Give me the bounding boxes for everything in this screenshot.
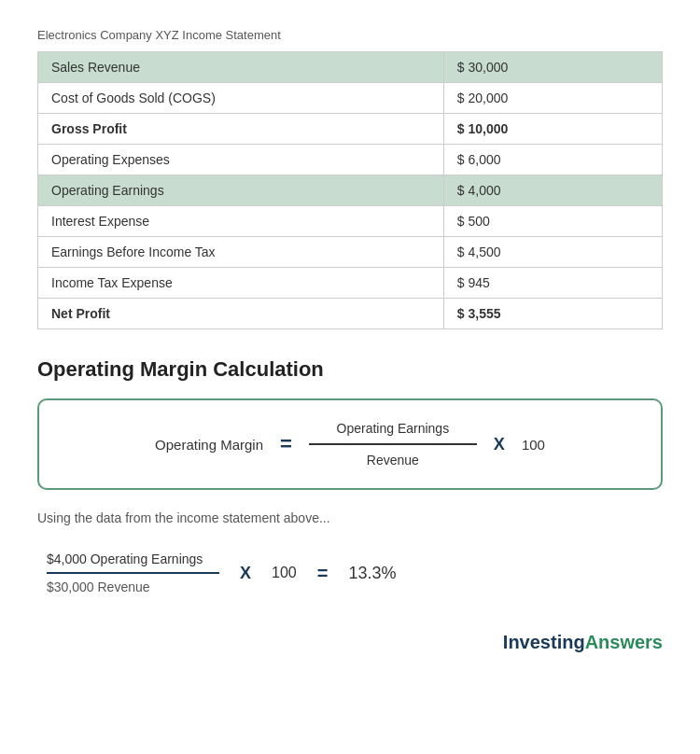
table-row: Cost of Goods Sold (COGS)$ 20,000 (38, 83, 663, 114)
formula-hundred: 100 (522, 437, 545, 453)
table-cell-label: Sales Revenue (38, 52, 444, 83)
table-cell-value: $ 945 (443, 268, 662, 299)
formula-box: Operating Margin = Operating Earnings Re… (37, 398, 663, 490)
formula-numerator: Operating Earnings (337, 421, 450, 440)
formula-fraction-line (309, 443, 477, 445)
income-statement-table: Sales Revenue$ 30,000Cost of Goods Sold … (37, 51, 663, 329)
calc-times: X (240, 564, 251, 583)
table-cell-value: $ 6,000 (443, 145, 662, 175)
table-cell-value: $ 500 (443, 206, 662, 237)
table-cell-label: Gross Profit (38, 114, 444, 145)
table-cell-label: Earnings Before Income Tax (38, 237, 444, 268)
calc-denominator: $30,000 Revenue (47, 576, 150, 594)
formula-times: X (494, 435, 505, 454)
table-row: Interest Expense$ 500 (38, 206, 663, 237)
table-cell-label: Net Profit (38, 299, 444, 329)
using-data-text: Using the data from the income statement… (37, 510, 663, 525)
table-row: Operating Expenses$ 6,000 (38, 145, 663, 175)
table-row: Income Tax Expense$ 945 (38, 268, 663, 299)
table-row: Earnings Before Income Tax$ 4,500 (38, 237, 663, 268)
formula-equals: = (280, 432, 292, 456)
brand-footer: InvestingAnswers (37, 632, 663, 653)
section-title: Electronics Company XYZ Income Statement (37, 28, 663, 42)
table-cell-value: $ 20,000 (443, 83, 662, 114)
calc-result: 13.3% (348, 564, 396, 583)
brand-part2: Answers (585, 632, 663, 652)
calc-fraction-line (47, 572, 219, 574)
table-row: Operating Earnings$ 4,000 (38, 175, 663, 206)
brand-part1: Investing (503, 632, 585, 652)
table-cell-value: $ 10,000 (443, 114, 662, 145)
formula-left-label: Operating Margin (155, 437, 263, 453)
table-row: Gross Profit$ 10,000 (38, 114, 663, 145)
calc-numerator: $4,000 Operating Earnings (47, 552, 203, 570)
calculation-values: $4,000 Operating Earnings $30,000 Revenu… (37, 552, 663, 594)
table-cell-label: Interest Expense (38, 206, 444, 237)
table-cell-label: Cost of Goods Sold (COGS) (38, 83, 444, 114)
table-cell-value: $ 4,000 (443, 175, 662, 206)
table-cell-value: $ 30,000 (443, 52, 662, 83)
calc-heading: Operating Margin Calculation (37, 357, 663, 382)
formula-fraction: Operating Earnings Revenue (309, 421, 477, 468)
table-cell-value: $ 4,500 (443, 237, 662, 268)
table-row: Net Profit$ 3,555 (38, 299, 663, 329)
table-cell-label: Income Tax Expense (38, 268, 444, 299)
calc-equals: = (317, 563, 329, 584)
table-cell-label: Operating Expenses (38, 145, 444, 175)
formula-denominator: Revenue (367, 449, 419, 468)
calc-hundred: 100 (272, 565, 297, 581)
table-row: Sales Revenue$ 30,000 (38, 52, 663, 83)
table-cell-label: Operating Earnings (38, 175, 444, 206)
table-cell-value: $ 3,555 (443, 299, 662, 329)
calc-fraction: $4,000 Operating Earnings $30,000 Revenu… (47, 552, 219, 594)
